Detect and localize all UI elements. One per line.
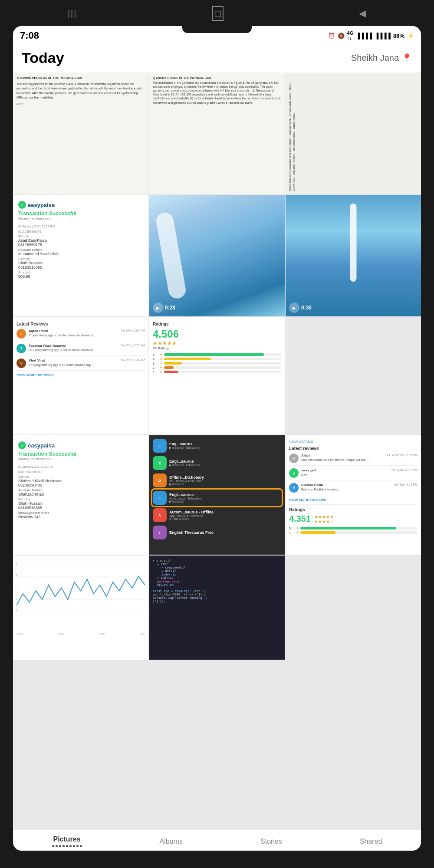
review-content-1: Alpha Point 5★ Wed, 1:01 PM Programming … [29, 329, 145, 337]
ep2-logo: ✓ easypaisa [18, 441, 143, 449]
status-time: 7:08 [20, 30, 39, 41]
play-icon-1[interactable]: ▶ [153, 302, 163, 313]
ep-sentby-name: Shah Hussain [18, 261, 143, 265]
tab-pictures-indicator [52, 845, 82, 847]
easypaisa-transaction-2[interactable]: ✓ easypaisa Transaction Successful Money… [13, 435, 148, 555]
ep2-id-row: ID#10241786293 [18, 470, 143, 474]
reviewer-text-3: C++programming app is so commendable app… [29, 363, 145, 366]
tab-shared[interactable]: Shared [360, 838, 382, 845]
chart-label-thu: Thu [99, 632, 105, 636]
ep-id: ID#10388362641 [18, 230, 42, 233]
back-button[interactable]: ◀ [359, 8, 366, 19]
review-content-3: Virat Virat 5★ Wed, 8:45 AM C++programmi… [29, 358, 145, 366]
play-icon-2[interactable]: ▶ [289, 302, 299, 313]
ratings-cell: Ratings 4.506 ★★★★★ 85 Ratings 5 ★ 4 ★ [149, 317, 285, 434]
reviewer-meta-1: 5★ Wed, 1:01 PM [121, 329, 145, 333]
ep2-sentby-name: Shah Hussain [18, 501, 143, 506]
bar-row-4: 4 ★ [153, 357, 281, 361]
app-item-2[interactable]: E Engl...saurus ▶ Installed · Education [153, 456, 281, 470]
easypaisa-transaction-1[interactable]: ✓ easypaisa Transaction Successful Money… [13, 195, 148, 316]
ep-date-row: 03 January 2021 12:19 PM [18, 224, 143, 228]
reviewer-name-3: Virat Virat [29, 358, 45, 362]
app-item-4[interactable]: E Engl...saurus digita...apps · Educatio… [153, 491, 281, 505]
bottom-tabs: Pictures Albums Stories [13, 830, 421, 851]
view-more-reviews-link[interactable]: VIEW MORE REVIEWS [16, 373, 145, 377]
highlight-circle [151, 488, 283, 507]
ratings2-title: Ratings [289, 507, 418, 512]
app-info-5: Autom...saurus - Offline App...Books & R… [169, 510, 281, 521]
app-list-cell[interactable]: E Eag...saurus ▶ Installed · Education E… [149, 435, 285, 555]
ep2-status: Transaction Successful [18, 451, 143, 457]
reviewer2-avatar-3: B [289, 483, 299, 493]
app-icon-5: A [153, 508, 167, 522]
app-item-3[interactable]: D Offline...Dictionary VD · Books & Refe… [153, 473, 281, 487]
ep-logo-text: easypaisa [28, 202, 55, 208]
ep-date: 03 January 2021 12:19 PM [18, 225, 55, 228]
bar-row-1: 1 ★ [153, 370, 281, 374]
signal-icon: ▐▐▐▐ [356, 33, 372, 39]
recent-apps-button[interactable]: ||| [68, 9, 77, 19]
bar-row-5: 5 ★ [153, 353, 281, 356]
ep-sentby-label: Sent by [18, 257, 143, 261]
video-water-1[interactable]: ▶ 0:28 [149, 195, 285, 316]
ep-amount-label: Amount [18, 270, 143, 274]
reviewer-text-1: Programming app is best for those who le… [29, 334, 145, 337]
alarm-icon: ⏰ [328, 33, 335, 39]
reviews-title: Latest Reviews [16, 322, 145, 326]
ep2-date: 01 January 2021 3:32 PM [18, 465, 53, 468]
ep-sentto-label-row: Sent to Asad EasyPaisa 03176550175 [18, 234, 143, 247]
ep-sentby-phone: 03163515365 [18, 265, 143, 270]
ratings2-stars: ★★★★★ [314, 514, 334, 519]
document-image-3[interactable]: Architecture of the generator and discri… [286, 72, 421, 194]
app-item-1[interactable]: E Eag...saurus ▶ Installed · Education [153, 439, 281, 453]
video-sky[interactable]: ▶ 0:30 [286, 195, 421, 316]
photo-grid-scroll[interactable]: TRAINING PROCESS OF THE PAIRWISE GAN The… [13, 72, 421, 830]
chart-cell[interactable]: Tue Wed Thu 1/1 54321 [13, 556, 148, 660]
ep2-id: ID#10241786293 [18, 470, 42, 473]
view-details-link[interactable]: VIEW DETAILS [289, 440, 418, 444]
tab-stories[interactable]: Stories [260, 838, 282, 845]
chart-labels: Tue Wed Thu 1/1 [16, 632, 145, 636]
empty-cell-2 [286, 556, 421, 660]
app-item-6[interactable]: T English Thesaurus Free [153, 526, 281, 539]
chart-label-date: 1/1 [140, 632, 145, 636]
document-image-1[interactable]: TRAINING PROCESS OF THE PAIRWISE GAN The… [13, 72, 148, 194]
video-play-2[interactable]: ▶ 0:30 [289, 302, 312, 313]
reviewer2-avatar-1: A [289, 454, 299, 463]
reviewer-avatar-1: A [16, 329, 26, 339]
reviewer2-text-2: Like [301, 473, 418, 476]
review2-item-3: B Bushra Bbbb 5★ Tue, 3:01 PM Best app E… [289, 483, 418, 495]
app-icon-6: T [153, 526, 167, 539]
app-icon-2: E [153, 456, 167, 470]
reviewer2-avatar-2: ع [289, 468, 299, 478]
bar-row-3: 3 ★ [153, 362, 281, 365]
ep2-subtitle: Money has been sent [18, 457, 143, 461]
screen: 7:08 ⏰ 🔕 4G↑↓ ▐▐▐▐ ▐▐▐▐ 88% ⚡ Today Shei… [13, 26, 421, 851]
ep-account-label: Account Details [18, 248, 143, 252]
location-area[interactable]: Sheikh Jana 📍 [351, 53, 412, 63]
ratings-title: Ratings [153, 322, 281, 326]
ep2-account-name: Shahzad Khalil [18, 492, 143, 496]
reviewer-avatar-3: V [16, 358, 26, 368]
reviewer-meta-2: 5★ Wed, 8:51 AM [121, 344, 145, 348]
home-button[interactable]: ◻ [212, 6, 224, 21]
reviewer2-meta-2: 5★ Wed, 11:47 PM [391, 468, 418, 472]
ratings-count: 85 Ratings [153, 346, 281, 350]
app-icon-3: D [153, 473, 167, 487]
ep2-sentby-label: Sent by [18, 497, 143, 501]
reviewer2-text-1: Stop the rubbish and refund me. People w… [301, 458, 418, 461]
notch [182, 26, 252, 33]
review2-content-3: Bushra Bbbb 5★ Tue, 3:01 PM Best app Eng… [301, 483, 418, 491]
chart-label-wed: Wed [57, 632, 64, 636]
view-more-reviews2-link[interactable]: VIEW MORE REVIEWS [289, 498, 418, 502]
location-pin-icon: 📍 [401, 53, 412, 63]
ep2-msg-value: Reviews 145 [18, 515, 143, 519]
video-play-1[interactable]: ▶ 0:28 [153, 302, 175, 313]
tab-albums[interactable]: Albums [160, 838, 183, 845]
ep-sentto-phone: 03176550175 [18, 243, 143, 247]
document-image-2[interactable]: 2) ARCHITECTURE OF THE PAIRWISE GAN The … [149, 72, 285, 194]
app-item-5[interactable]: A Autom...saurus - Offline App...Books &… [153, 508, 281, 522]
reviewer-name-2: Tasawar Raza Tasawar [29, 344, 66, 348]
tab-pictures[interactable]: Pictures [52, 835, 82, 847]
battery-label: 88% [393, 33, 404, 39]
